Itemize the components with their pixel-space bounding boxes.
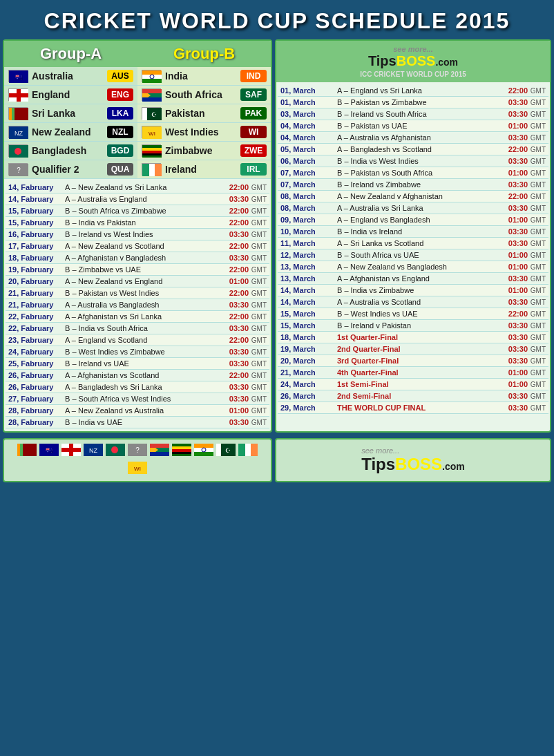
sch-gmt: GMT: [528, 169, 546, 177]
team-code: LKA: [107, 107, 133, 120]
schedule-row: 14, March A – Australia vs Scotland 03:3…: [278, 296, 548, 308]
sch-date: 24, March: [280, 380, 337, 388]
sch-time: 03:30: [503, 392, 528, 400]
schedule-row: 06, March B – India vs West Indies 03:30…: [278, 155, 548, 167]
sch-time: 03:30: [503, 110, 528, 118]
svg-text:☪: ☪: [151, 111, 157, 118]
group-b-title: Group-B: [137, 45, 271, 63]
team-row: Sri Lanka LKA: [4, 104, 137, 123]
schedule-row: 22, Fabruary A – Afghanistan vs Sri Lank…: [6, 311, 269, 323]
schedule-row: 14, March B – India vs Zimbabwe 01:00 GM…: [278, 285, 548, 296]
sch-match: A – New Zealand vs Bangladesh: [337, 263, 503, 271]
sch-date: 27, Fabruary: [8, 395, 65, 403]
see-more-right: see more...: [393, 45, 432, 53]
svg-rect-27: [142, 148, 162, 151]
schedule-right: 01, March A – England vs Sri Lanka 22:00…: [276, 82, 550, 417]
sch-gmt: GMT: [528, 322, 546, 330]
team-flag-pak: ☪: [142, 107, 161, 120]
team-flag-slk: [8, 107, 28, 120]
sch-match: 3rd Quarter-Final: [337, 357, 503, 365]
svg-rect-54: [172, 444, 191, 446]
sch-date: 28, Fabruary: [8, 406, 65, 415]
flag-icon-slk: [17, 444, 37, 459]
svg-rect-34: [149, 164, 155, 176]
sch-date: 26, March: [280, 392, 337, 400]
sch-date: 20, March: [280, 357, 337, 365]
bottom-tipsboss-logo: TipsBOSS.com: [361, 455, 465, 474]
sch-time: 03:30: [503, 133, 528, 142]
schedule-row: 15, Fabruary B – India vs Pakistan 22:00…: [6, 217, 269, 229]
sch-date: 07, March: [280, 180, 337, 189]
sch-match: B – India vs Ireland: [337, 227, 503, 236]
sch-gmt: GMT: [249, 348, 267, 356]
schedule-row: 16, Fabruary B – Ireland vs West Indies …: [6, 229, 269, 240]
schedule-row: 19, March 2nd Quarter-Final 03:30 GMT: [278, 343, 548, 355]
sch-match: 2nd Quarter-Final: [337, 345, 503, 353]
sch-date: 20, Fabruary: [8, 277, 65, 285]
sch-gmt: GMT: [528, 263, 546, 271]
sch-date: 01, March: [280, 86, 337, 95]
schedule-row: 20, Fabruary A – New Zealand vs England …: [6, 276, 269, 287]
sch-date: 08, March: [280, 192, 337, 200]
sch-gmt: GMT: [249, 278, 267, 285]
sch-gmt: GMT: [528, 181, 546, 189]
sch-gmt: GMT: [249, 254, 267, 262]
content-area: Group-A Group-B 🇦🇺 Australia AUS India I…: [0, 39, 554, 435]
sch-time: 03:30: [224, 195, 249, 203]
svg-rect-3: [142, 75, 162, 79]
sch-date: 29, March: [280, 404, 337, 412]
sch-match: B – Pakistan vs Zimbabwe: [337, 98, 503, 106]
svg-rect-15: [12, 108, 15, 120]
sch-time: 03:30: [224, 301, 249, 309]
sch-match: B – South Africa vs Zimbabwe: [65, 207, 224, 215]
sch-date: 12, March: [280, 251, 337, 259]
team-row: South Africa SAF: [137, 86, 271, 104]
team-code: NZL: [107, 126, 133, 138]
svg-rect-33: [142, 164, 149, 176]
sch-gmt: GMT: [249, 290, 267, 297]
sch-date: 22, Fabruary: [8, 324, 65, 332]
sch-time: 22:00: [503, 192, 528, 200]
svg-rect-59: [194, 444, 213, 448]
sch-match: A – New Zealand vs Australia: [65, 406, 224, 415]
flag-icon-saf: [150, 444, 169, 459]
sch-date: 26, Fabruary: [8, 383, 65, 391]
team-code: IRL: [240, 163, 267, 176]
sch-match: B – Ireland v Pakistan: [337, 321, 503, 330]
flag-icon-wi: WI: [128, 462, 147, 477]
svg-text:NZ: NZ: [89, 447, 97, 454]
team-row: Zimbabwe ZWE: [137, 142, 271, 160]
team-name: Ireland: [165, 164, 240, 175]
team-code: IND: [240, 70, 267, 82]
svg-rect-63: [216, 444, 221, 456]
sch-date: 21, Fabruary: [8, 301, 65, 309]
svg-text:NZ: NZ: [15, 130, 23, 137]
schedule-row: 27, Fabruary B – South Africa vs West In…: [6, 393, 269, 405]
svg-rect-35: [155, 164, 162, 176]
team-code: ENG: [107, 88, 133, 101]
sch-match: A – England vs Bangladesh: [337, 216, 503, 224]
sch-date: 21, Fabruary: [8, 289, 65, 297]
schedule-row: 03, March B – Ireland vs South Africa 03…: [278, 108, 548, 120]
sch-gmt: GMT: [528, 158, 546, 165]
schedule-row: 08, March A – New Zealand v Afghanistan …: [278, 191, 548, 202]
svg-rect-57: [172, 452, 191, 454]
schedule-row: 08, March A – Australia vs Sri Lanka 03:…: [278, 202, 548, 214]
schedule-row: 05, March A – Bangladesh vs Scotland 22:…: [278, 144, 548, 155]
sch-match: A – Sri Lanka vs Scotland: [337, 239, 503, 247]
sch-time: 01:00: [503, 286, 528, 294]
team-flag-irl: [142, 163, 161, 176]
sch-match: B – India vs UAE: [65, 418, 224, 426]
sch-date: 09, March: [280, 216, 337, 224]
svg-rect-38: [20, 444, 23, 456]
sch-gmt: GMT: [528, 252, 546, 259]
sch-gmt: GMT: [249, 360, 267, 368]
sch-match: A – New Zealand vs England: [65, 277, 224, 285]
svg-rect-8: [9, 93, 28, 97]
com-text: .com: [435, 57, 458, 68]
sch-time: 03:30: [503, 204, 528, 212]
team-name: South Africa: [165, 89, 240, 100]
sch-date: 14, Fabruary: [8, 195, 65, 203]
sch-match: A – Australia vs Scotland: [337, 298, 503, 306]
sch-gmt: GMT: [528, 193, 546, 200]
